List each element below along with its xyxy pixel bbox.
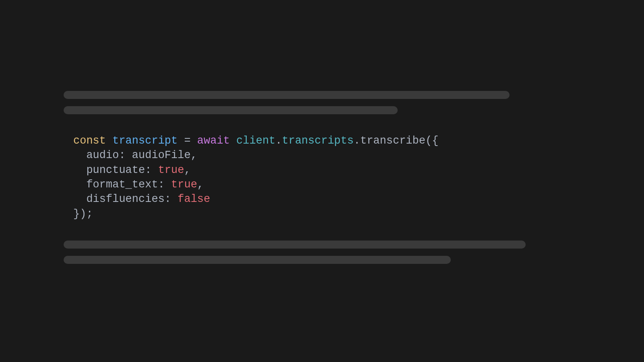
code-token-space bbox=[191, 135, 197, 147]
code-token-comma: , bbox=[184, 164, 190, 176]
code-token-property: disfluencies bbox=[86, 193, 164, 205]
code-token-colon: : bbox=[145, 164, 151, 176]
code-token-colon: : bbox=[119, 149, 125, 161]
code-token-space bbox=[106, 135, 112, 147]
code-token-dot: . bbox=[275, 135, 282, 147]
code-token-property: punctuate bbox=[86, 164, 145, 176]
code-token-comma: , bbox=[197, 179, 204, 191]
code-token-boolean: true bbox=[158, 164, 184, 176]
code-token-space bbox=[171, 193, 178, 205]
code-token-space bbox=[178, 135, 184, 147]
code-token-property: audio bbox=[86, 149, 119, 161]
code-token-method: transcribe bbox=[360, 135, 425, 147]
code-token-colon: : bbox=[158, 179, 165, 191]
code-token-comma: , bbox=[191, 149, 197, 161]
code-token-colon: : bbox=[165, 193, 171, 205]
code-token-property: format_text bbox=[86, 179, 158, 191]
code-token-dot: . bbox=[354, 135, 360, 147]
code-token-await: await bbox=[197, 135, 230, 147]
code-token-space bbox=[126, 149, 132, 161]
code-token-space bbox=[165, 179, 171, 191]
skeleton-placeholder bbox=[64, 241, 526, 249]
skeleton-placeholder bbox=[64, 106, 398, 114]
code-token-paren: ({ bbox=[425, 135, 438, 147]
skeleton-placeholder bbox=[64, 256, 451, 264]
code-token-boolean: false bbox=[178, 193, 210, 205]
code-token-indent bbox=[73, 149, 86, 161]
skeleton-placeholder bbox=[64, 91, 510, 99]
code-token-value: audioFile bbox=[132, 149, 191, 161]
code-token-space bbox=[151, 164, 158, 176]
content-container: const transcript = await client.transcri… bbox=[0, 91, 644, 272]
code-token-variable: transcript bbox=[112, 135, 178, 147]
code-token-object: client bbox=[236, 135, 275, 147]
code-token-object: transcripts bbox=[282, 135, 354, 147]
code-token-paren: }); bbox=[73, 208, 93, 220]
code-token-indent bbox=[73, 179, 86, 191]
code-token-indent bbox=[73, 193, 86, 205]
code-token-space bbox=[230, 135, 236, 147]
code-token-indent bbox=[73, 164, 86, 176]
code-snippet: const transcript = await client.transcri… bbox=[64, 134, 644, 222]
code-token-equals: = bbox=[184, 135, 190, 147]
code-token-boolean: true bbox=[171, 179, 197, 191]
code-token-keyword: const bbox=[73, 135, 106, 147]
